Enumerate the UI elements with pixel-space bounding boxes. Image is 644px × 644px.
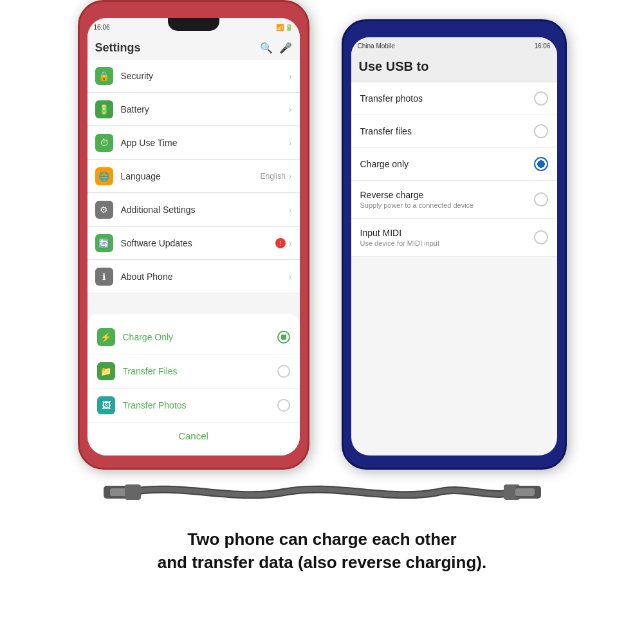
caption-area: Two phone can charge each other and tran… — [0, 518, 644, 578]
settings-header: Settings 🔍 🎤 — [87, 36, 300, 60]
additional-chevron: › — [289, 205, 292, 215]
usb-reverse-charge-title: Reverse charge — [360, 190, 534, 200]
cable-area — [97, 466, 547, 518]
usb-transfer-photos-title: Transfer photos — [360, 93, 534, 104]
usb-reverse-charge-sub: Supply power to a connected device — [360, 201, 534, 209]
usb-reverse-charge-text: Reverse charge Supply power to a connect… — [360, 190, 534, 209]
battery-label: Battery — [121, 104, 289, 115]
usb-list: Transfer photos Transfer files Charge on… — [351, 82, 557, 257]
main-container: 16:06 📶 🔋 Settings 🔍 🎤 🔒 Security — [0, 0, 644, 644]
phone-right: China Mobile 16:06 Use USB to Transfer p… — [342, 19, 567, 470]
usb-input-midi-text: Input MIDI Use device for MIDI input — [360, 228, 534, 247]
usb-header: Use USB to — [351, 54, 557, 82]
mic-icon[interactable]: 🎤 — [279, 42, 292, 54]
usb-input-midi-sub: Use device for MIDI input — [360, 239, 534, 247]
security-icon: 🔒 — [95, 67, 113, 85]
bs-item-transfer-photos[interactable]: 🖼 Transfer Photos — [87, 389, 300, 423]
svg-rect-5 — [515, 488, 535, 496]
software-updates-label: Software Updates — [121, 238, 275, 248]
battery-chevron: › — [289, 104, 292, 115]
usb-item-transfer-photos[interactable]: Transfer photos — [351, 82, 557, 115]
bs-charge-icon: ⚡ — [97, 328, 115, 346]
security-chevron: › — [289, 71, 292, 81]
search-icon[interactable]: 🔍 — [260, 42, 273, 54]
security-label: Security — [121, 71, 289, 81]
status-bar-right: China Mobile 16:06 — [351, 37, 557, 54]
settings-item-security[interactable]: 🔒 Security › — [87, 60, 300, 93]
right-carrier: China Mobile — [358, 42, 395, 50]
about-phone-icon: ℹ — [95, 268, 113, 286]
usb-transfer-files-radio[interactable] — [534, 124, 548, 138]
bs-files-icon: 📁 — [97, 362, 115, 380]
software-updates-right: ! › — [275, 238, 292, 248]
usb-item-input-midi[interactable]: Input MIDI Use device for MIDI input — [351, 219, 557, 257]
bs-photos-label: Transfer Photos — [123, 400, 277, 410]
usb-item-reverse-charge[interactable]: Reverse charge Supply power to a connect… — [351, 181, 557, 219]
usb-transfer-files-text: Transfer files — [360, 126, 534, 136]
app-use-time-label: App Use Time — [121, 138, 289, 148]
bs-photos-radio[interactable] — [277, 399, 290, 412]
phone-left: 16:06 📶 🔋 Settings 🔍 🎤 🔒 Security — [78, 0, 309, 470]
usb-transfer-files-title: Transfer files — [360, 126, 534, 136]
language-chevron: › — [289, 171, 292, 181]
software-updates-icon: 🔄 — [95, 234, 113, 252]
caption-line1: Two phone can charge each other — [13, 528, 631, 551]
svg-rect-2 — [125, 484, 141, 500]
app-use-time-icon: ⏱ — [95, 134, 113, 152]
usb-reverse-charge-radio[interactable] — [534, 192, 548, 207]
settings-item-software-updates[interactable]: 🔄 Software Updates ! › — [87, 227, 300, 260]
battery-icon: 🔋 — [95, 100, 113, 118]
usb-item-charge-only[interactable]: Charge only — [351, 148, 557, 181]
left-status-icons: 📶 🔋 — [276, 24, 293, 31]
language-value: English — [260, 172, 285, 181]
usb-charge-only-radio[interactable] — [534, 157, 548, 171]
usb-item-transfer-files[interactable]: Transfer files — [351, 115, 557, 148]
left-status-time: 16:06 — [94, 24, 110, 31]
notch — [168, 18, 219, 31]
phones-row: 16:06 📶 🔋 Settings 🔍 🎤 🔒 Security — [78, 0, 567, 470]
settings-header-icons: 🔍 🎤 — [260, 42, 292, 54]
usb-input-midi-radio[interactable] — [534, 230, 548, 244]
right-time: 16:06 — [534, 42, 550, 50]
language-right: English › — [260, 171, 291, 181]
bs-photos-icon: 🖼 — [97, 396, 115, 414]
caption-line2: and transfer data (also reverse charging… — [13, 551, 631, 574]
usb-transfer-photos-text: Transfer photos — [360, 93, 534, 104]
bs-item-transfer-files[interactable]: 📁 Transfer Files — [87, 354, 300, 389]
bs-files-radio[interactable] — [277, 365, 290, 378]
usb-charge-only-title: Charge only — [360, 159, 534, 169]
settings-item-battery[interactable]: 🔋 Battery › — [87, 93, 300, 126]
software-updates-badge: ! — [275, 238, 286, 248]
settings-item-additional[interactable]: ⚙ Additional Settings › — [87, 194, 300, 226]
settings-item-about-phone[interactable]: ℹ About Phone › — [87, 261, 300, 293]
bs-charge-label: Charge Only — [123, 332, 277, 342]
software-updates-chevron: › — [289, 238, 292, 248]
right-screen: China Mobile 16:06 Use USB to Transfer p… — [351, 37, 557, 455]
language-icon: 🌐 — [95, 167, 113, 185]
cancel-button[interactable]: Cancel — [87, 423, 300, 449]
about-phone-chevron: › — [289, 271, 292, 282]
usb-transfer-photos-radio[interactable] — [534, 91, 548, 106]
bs-files-label: Transfer Files — [123, 366, 277, 376]
settings-item-language[interactable]: 🌐 Language English › — [87, 160, 300, 193]
bs-item-charge-only[interactable]: ⚡ Charge Only — [87, 320, 300, 354]
usb-cable-svg — [104, 473, 541, 511]
settings-item-app-use-time[interactable]: ⏱ App Use Time › — [87, 127, 300, 160]
about-phone-label: About Phone — [121, 271, 289, 282]
additional-label: Additional Settings — [121, 205, 289, 215]
left-screen: 16:06 📶 🔋 Settings 🔍 🎤 🔒 Security — [87, 18, 300, 455]
usb-charge-only-text: Charge only — [360, 159, 534, 169]
language-label: Language — [121, 171, 261, 181]
bs-charge-radio[interactable] — [277, 331, 290, 344]
bottom-sheet: ⚡ Charge Only 📁 Transfer Files 🖼 Transfe… — [87, 314, 300, 455]
additional-icon: ⚙ — [95, 201, 113, 219]
app-use-time-chevron: › — [289, 138, 292, 148]
usb-input-midi-title: Input MIDI — [360, 228, 534, 238]
settings-title: Settings — [95, 41, 141, 55]
settings-list: 🔒 Security › 🔋 Battery › ⏱ App Use Time … — [87, 60, 300, 293]
